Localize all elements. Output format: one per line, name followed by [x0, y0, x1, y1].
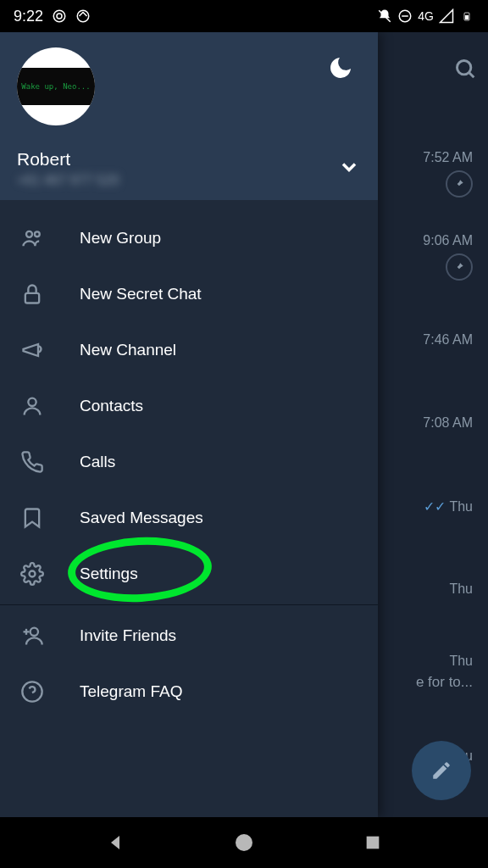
- chat-row[interactable]: Thu e for to...: [378, 631, 478, 714]
- navigation-drawer: Wake up, Neo... Robert +61 467 977 520 N…: [0, 32, 378, 817]
- chat-time: 7:46 AM: [423, 332, 473, 348]
- group-icon: [20, 226, 44, 250]
- svg-rect-11: [25, 293, 39, 303]
- chat-row[interactable]: Thu: [378, 548, 478, 631]
- menu-label: Settings: [80, 565, 138, 583]
- menu-item-contacts[interactable]: Contacts: [0, 378, 378, 434]
- night-mode-icon[interactable]: [327, 54, 354, 85]
- lock-icon: [20, 282, 44, 306]
- chat-time: Thu: [449, 499, 473, 514]
- menu-label: Contacts: [80, 397, 143, 415]
- signal-icon: [439, 8, 454, 24]
- help-icon: [20, 680, 44, 704]
- menu-item-invite-friends[interactable]: Invite Friends: [0, 608, 378, 664]
- read-icon: ✓✓: [424, 499, 446, 514]
- drawer-header: Wake up, Neo... Robert +61 467 977 520: [0, 32, 378, 200]
- menu-label: Telegram FAQ: [80, 682, 182, 701]
- svg-point-12: [28, 398, 36, 406]
- divider: [0, 604, 378, 605]
- svg-rect-6: [465, 15, 469, 19]
- svg-point-19: [236, 834, 252, 851]
- notifications-off-icon: [377, 8, 392, 24]
- menu-label: Saved Messages: [80, 509, 203, 527]
- app-icon-1: [52, 8, 67, 24]
- menu-item-faq[interactable]: Telegram FAQ: [0, 664, 378, 720]
- menu-label: New Secret Chat: [80, 285, 202, 303]
- person-icon: [20, 394, 44, 418]
- status-bar: 9:22 4G: [0, 0, 488, 32]
- android-nav-bar: [0, 817, 488, 868]
- pinned-icon: [446, 170, 473, 198]
- chat-time: 7:08 AM: [423, 415, 473, 431]
- avatar[interactable]: Wake up, Neo...: [17, 47, 95, 125]
- search-icon[interactable]: [454, 58, 478, 81]
- chat-row[interactable]: ✓✓ Thu: [378, 465, 478, 548]
- chat-time: Thu: [449, 581, 473, 597]
- svg-point-9: [26, 231, 32, 237]
- svg-rect-20: [367, 837, 380, 849]
- menu-item-new-group[interactable]: New Group: [0, 210, 378, 266]
- avatar-text: Wake up, Neo...: [17, 68, 95, 105]
- phone-icon: [20, 450, 44, 474]
- clock: 9:22: [14, 8, 43, 25]
- menu-item-calls[interactable]: Calls: [0, 434, 378, 490]
- dnd-icon: [397, 8, 413, 24]
- chat-preview: e for to...: [416, 674, 473, 691]
- battery-icon: [459, 8, 474, 24]
- invite-icon: [20, 624, 44, 648]
- chat-time: 9:06 AM: [423, 233, 473, 248]
- app-icon-2: [75, 8, 91, 24]
- bookmark-icon: [20, 506, 44, 530]
- chat-list-background: 7:52 AM 9:06 AM 7:46 AM 7:08 AM ✓✓ Thu T…: [378, 32, 488, 817]
- chat-row[interactable]: 9:06 AM: [378, 215, 478, 298]
- chat-time: Thu: [449, 654, 473, 669]
- svg-point-1: [57, 14, 62, 19]
- chevron-down-icon: [337, 155, 361, 182]
- menu-item-settings[interactable]: Settings: [0, 546, 378, 602]
- menu-label: New Group: [80, 229, 161, 248]
- menu-label: Invite Friends: [80, 626, 176, 645]
- home-button[interactable]: [233, 832, 255, 854]
- chat-time: 7:52 AM: [423, 150, 473, 165]
- chat-row[interactable]: 7:46 AM: [378, 298, 478, 381]
- pinned-icon: [446, 253, 473, 281]
- gear-icon: [20, 562, 44, 586]
- svg-point-14: [30, 628, 38, 636]
- svg-line-8: [469, 73, 474, 78]
- megaphone-icon: [20, 338, 44, 362]
- recents-button[interactable]: [362, 832, 384, 854]
- menu-item-new-channel[interactable]: New Channel: [0, 322, 378, 378]
- menu-label: New Channel: [80, 341, 176, 359]
- svg-point-7: [458, 61, 471, 75]
- svg-point-0: [53, 10, 65, 22]
- chat-row[interactable]: 7:52 AM: [378, 132, 478, 215]
- svg-point-10: [35, 231, 40, 236]
- user-phone: +61 467 977 520: [17, 173, 119, 188]
- account-switcher[interactable]: Robert +61 467 977 520: [17, 149, 361, 188]
- menu-label: Calls: [80, 453, 115, 471]
- network-label: 4G: [418, 9, 434, 23]
- chat-row[interactable]: 7:08 AM: [378, 381, 478, 465]
- svg-point-13: [30, 571, 36, 577]
- menu-item-saved-messages[interactable]: Saved Messages: [0, 490, 378, 546]
- back-button[interactable]: [104, 832, 126, 854]
- menu-item-new-secret-chat[interactable]: New Secret Chat: [0, 266, 378, 322]
- user-name: Robert: [17, 149, 119, 170]
- compose-fab[interactable]: [412, 741, 471, 800]
